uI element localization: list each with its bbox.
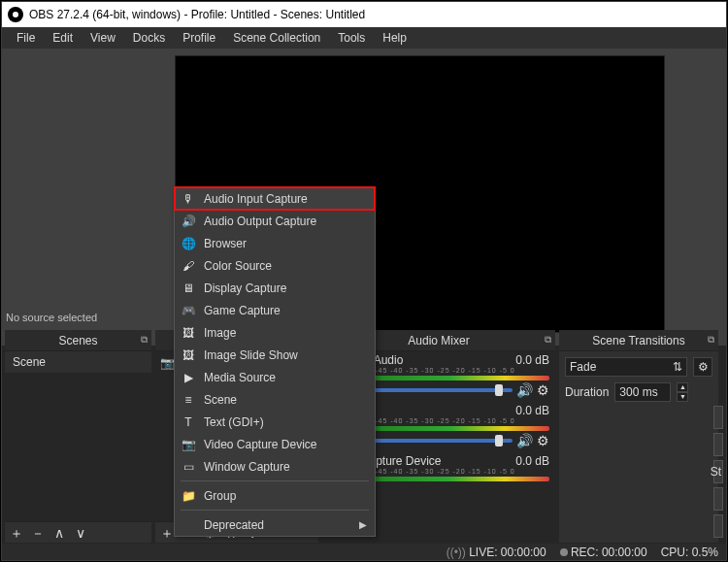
popout-icon[interactable]: ⧉ [545,334,551,346]
control-button[interactable] [713,514,723,538]
gear-icon[interactable]: ⚙ [537,433,549,448]
window-icon: ▭ [181,460,196,474]
play-icon: ▶ [181,371,196,384]
list-icon: ≡ [181,393,196,407]
add-source-context-menu: 🎙Audio Input Capture 🔊Audio Output Captu… [174,186,376,537]
remove-scene-button[interactable]: － [30,526,46,540]
menu-item-display-capture[interactable]: 🖥Display Capture [175,277,375,299]
scene-list-item[interactable]: Scene [5,351,151,373]
image-icon: 🖼 [181,326,196,340]
menu-view[interactable]: View [82,27,124,49]
transitions-panel: Scene Transitions ⧉ Fade ⇅ ⚙ Duration 30… [559,330,718,543]
menu-item-audio-input-capture[interactable]: 🎙Audio Input Capture [175,187,375,210]
window-title: OBS 27.2.4 (64-bit, windows) - Profile: … [29,8,365,21]
gear-icon: ⚙ [698,360,709,374]
text-icon: T [181,415,196,429]
gamepad-icon: 🎮 [181,304,196,317]
popout-icon[interactable]: ⧉ [708,334,714,346]
camera-icon: 📷 [181,438,196,451]
popout-icon[interactable]: ⧉ [141,334,148,346]
menu-item-deprecated[interactable]: Deprecated▶ [175,513,375,536]
menu-item-game-capture[interactable]: 🎮Game Capture [175,299,375,321]
menu-help[interactable]: Help [374,27,415,49]
transition-select[interactable]: Fade ⇅ [565,357,687,377]
menu-tools[interactable]: Tools [329,27,374,49]
menu-item-text[interactable]: TText (GDI+) [175,411,375,433]
scenes-header: Scenes ⧉ [5,330,151,351]
duration-label: Duration [565,385,609,399]
control-button[interactable] [713,487,723,511]
control-button[interactable] [713,406,723,429]
chevron-updown-icon: ⇅ [673,360,682,374]
menu-item-video-capture-device[interactable]: 📷Video Capture Device [175,433,375,455]
globe-icon: 🌐 [181,237,196,250]
chevron-right-icon: ▶ [359,519,367,530]
microphone-icon: 🎙 [181,192,196,206]
duration-input[interactable]: 300 ms [614,382,671,402]
rec-status: REC: 00:00:00 [571,545,647,559]
menubar: File Edit View Docks Profile Scene Colle… [2,27,726,49]
brush-icon: 🖌 [181,259,196,273]
controls-panel-cropped: St [713,406,723,532]
control-button[interactable]: St [713,460,723,483]
camera-icon: 📷 [159,355,175,371]
menu-item-audio-output-capture[interactable]: 🔊Audio Output Capture [175,210,375,232]
monitor-icon: 🖥 [181,281,196,295]
move-scene-up-button[interactable]: ∧ [51,526,67,540]
scenes-toolbar: ＋ － ∧ ∨ [5,521,151,543]
speaker-icon[interactable]: 🔊 [516,433,533,448]
menu-separator [181,480,369,481]
app-window: OBS 27.2.4 (64-bit, windows) - Profile: … [1,1,727,561]
add-source-button[interactable]: ＋ [159,526,175,540]
add-scene-button[interactable]: ＋ [9,526,24,540]
move-scene-down-button[interactable]: ∨ [73,526,88,540]
slideshow-icon: 🖼 [181,348,196,362]
menu-profile[interactable]: Profile [174,27,224,49]
folder-icon: 📁 [181,489,196,503]
record-dot-icon [560,548,568,556]
menu-item-browser[interactable]: 🌐Browser [175,232,375,254]
menu-item-image[interactable]: 🖼Image [175,321,375,344]
menu-item-color-source[interactable]: 🖌Color Source [175,254,375,277]
menu-separator [181,510,369,511]
menu-docks[interactable]: Docks [124,27,174,49]
control-button[interactable] [713,433,723,456]
menu-item-window-capture[interactable]: ▭Window Capture [175,455,375,478]
speaker-icon: 🔊 [181,215,196,228]
transitions-header: Scene Transitions ⧉ [559,330,718,351]
titlebar: OBS 27.2.4 (64-bit, windows) - Profile: … [2,2,726,27]
app-logo-icon [8,7,23,22]
menu-scene-collection[interactable]: Scene Collection [224,27,329,49]
live-status: LIVE: 00:00:00 [447,545,546,559]
gear-icon[interactable]: ⚙ [537,382,549,398]
menu-item-group[interactable]: 📁Group [175,484,375,507]
menu-item-scene[interactable]: ≡Scene [175,388,375,411]
no-source-label: No source selected [6,312,97,323]
menu-item-media-source[interactable]: ▶Media Source [175,366,375,388]
transition-settings-button[interactable]: ⚙ [693,357,712,377]
menu-file[interactable]: File [8,27,44,49]
duration-spinner[interactable]: ▲▼ [677,382,688,402]
cpu-status: CPU: 0.5% [661,545,718,559]
menu-edit[interactable]: Edit [44,27,82,49]
speaker-icon[interactable]: 🔊 [516,382,533,398]
menu-item-image-slide-show[interactable]: 🖼Image Slide Show [175,344,375,366]
statusbar: LIVE: 00:00:00 REC: 00:00:00 CPU: 0.5% [2,544,726,560]
scenes-panel: Scenes ⧉ Scene ＋ － ∧ ∨ [5,330,151,543]
